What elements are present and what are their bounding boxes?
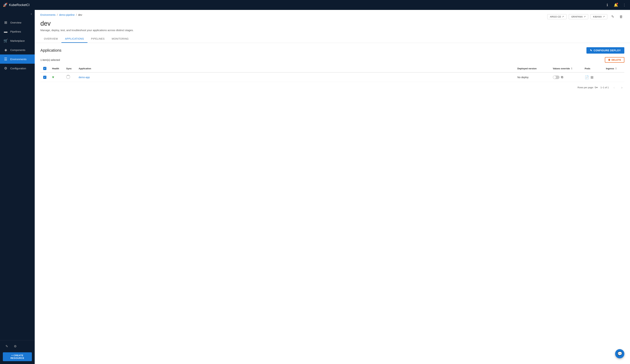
- sidebar-item-marketplace[interactable]: 🛒 Marketplace: [0, 36, 35, 45]
- row-pods-cell: 📄 ⊞: [582, 72, 603, 82]
- col-header-checkbox: ✓: [40, 65, 49, 72]
- sidebar-toggle-area: ‹: [0, 10, 35, 18]
- argo-cd-button[interactable]: ARGO CD ↗: [547, 14, 566, 19]
- components-icon: ◈: [4, 48, 8, 52]
- rows-per-page-select[interactable]: 5 ▾: [595, 86, 598, 89]
- sidebar-item-label-configuration: Configuration: [10, 67, 26, 70]
- rows-per-page: Rows per page: 5 ▾: [578, 86, 598, 89]
- overview-icon: ⊞: [4, 20, 8, 24]
- row-health-cell: ♥: [49, 72, 64, 82]
- breadcrumb-sep-2: /: [76, 13, 77, 16]
- col-header-ingress: Ingress ℹ: [603, 65, 624, 72]
- delete-label: DELETE: [612, 58, 621, 61]
- grafana-external-icon: ↗: [584, 15, 586, 18]
- header-edit-button[interactable]: ✎: [610, 13, 616, 20]
- sidebar-item-components[interactable]: ◈ Components: [0, 45, 35, 54]
- breadcrumb-environments-link[interactable]: Environments: [40, 13, 56, 16]
- ingress-label: Ingress: [606, 67, 614, 70]
- kibana-external-icon: ↗: [603, 15, 605, 18]
- configure-deploy-label: CONFIGURE DEPLOY: [594, 49, 621, 52]
- pagination: Rows per page: 5 ▾ 1–1 of 1 ‹ ›: [40, 85, 624, 90]
- tabs: OVERVIEW APPLICATIONS PIPELINES MONITORI…: [40, 35, 624, 43]
- header-delete-button[interactable]: 🗑: [618, 13, 624, 20]
- breadcrumb-pipeline-link[interactable]: demo-pipeline: [59, 13, 74, 16]
- ingress-info-icon: ℹ: [616, 67, 616, 70]
- sidebar-item-pipelines[interactable]: ▬ Pipelines: [0, 27, 35, 36]
- kibana-label: KIBANA: [593, 15, 602, 18]
- sidebar-item-configuration[interactable]: ⚙ Configuration: [0, 64, 35, 73]
- row-checkbox-cell: ✓: [40, 72, 49, 82]
- grafana-button[interactable]: GRAFANA ↗: [569, 14, 588, 19]
- prev-page-button[interactable]: ‹: [612, 85, 616, 90]
- tab-pipelines[interactable]: PIPELINES: [88, 35, 108, 43]
- values-override-toggle[interactable]: [553, 76, 560, 79]
- row-sync-cell: [64, 72, 76, 82]
- row-values-cell: ⧉: [550, 72, 582, 82]
- breadcrumb-current: dev: [78, 13, 82, 16]
- row-checkbox[interactable]: ✓: [43, 76, 46, 79]
- pod-doc-icon[interactable]: 📄: [585, 75, 589, 79]
- info-button[interactable]: ℹ: [604, 2, 610, 8]
- pod-table-icon[interactable]: ⊞: [590, 75, 594, 79]
- grafana-label: GRAFANA: [572, 15, 583, 18]
- marketplace-icon: 🛒: [4, 38, 8, 43]
- page-title: dev: [40, 20, 51, 27]
- settings-bottom-button[interactable]: ⚙: [12, 343, 18, 350]
- col-header-pods: Pods: [582, 65, 603, 72]
- pods-icons-container: 📄 ⊞: [585, 75, 600, 79]
- header-actions: ARGO CD ↗ GRAFANA ↗ KIBANA ↗ ✎ 🗑: [547, 13, 624, 20]
- app-link[interactable]: demo-app: [78, 76, 90, 79]
- configure-deploy-button[interactable]: ✎ CONFIGURE DEPLOY: [586, 47, 624, 54]
- tab-monitoring[interactable]: MONITORING: [108, 35, 132, 43]
- menu-button[interactable]: ⋮: [622, 2, 627, 8]
- edit-bottom-button[interactable]: ✎: [4, 343, 10, 350]
- header-title-row: dev: [40, 20, 624, 27]
- notification-button[interactable]: 🔔: [613, 2, 619, 8]
- rocket-icon: 🚀: [3, 3, 8, 7]
- col-header-health: Health: [49, 65, 64, 72]
- header-checkbox[interactable]: ✓: [43, 67, 46, 70]
- configure-deploy-icon: ✎: [590, 49, 592, 52]
- page-info: 1–1 of 1: [600, 86, 609, 89]
- main-header: Environments / demo-pipeline / dev ARGO …: [35, 10, 630, 43]
- deployed-version-value: No deploy: [518, 76, 528, 79]
- rows-per-page-value: 5: [595, 86, 596, 89]
- tab-overview[interactable]: OVERVIEW: [40, 35, 62, 43]
- environments-icon: ☰: [4, 57, 8, 61]
- create-resource-button[interactable]: + CREATE RESOURCE: [3, 352, 32, 361]
- sidebar-item-overview[interactable]: ⊞ Overview: [0, 18, 35, 27]
- sidebar-item-label-environments: Environments: [10, 58, 26, 61]
- header-check-mark: ✓: [44, 67, 46, 70]
- kibana-button[interactable]: KIBANA ↗: [590, 14, 607, 19]
- pipelines-icon: ▬: [4, 29, 8, 34]
- sidebar-item-label-overview: Overview: [10, 21, 22, 24]
- col-header-deployed: Deployed version: [514, 65, 550, 72]
- delete-selected-button[interactable]: 🗑 DELETE: [605, 57, 624, 63]
- navbar-actions: ℹ 🔔 ⋮: [604, 2, 627, 8]
- row-application-cell: demo-app: [76, 72, 514, 82]
- values-info-icon: ℹ: [571, 67, 572, 70]
- selection-count: 1 item(s) selected: [40, 58, 60, 61]
- rows-per-page-label: Rows per page:: [578, 86, 594, 89]
- sidebar-item-environments[interactable]: ☰ Environments: [0, 54, 35, 64]
- applications-table: ✓ Health Sync Application Deployed versi…: [40, 65, 624, 82]
- health-heart-icon: ♥: [52, 75, 54, 79]
- navbar-brand: 🚀 KubeRocketCI: [3, 3, 604, 7]
- chat-fab-button[interactable]: 💬: [615, 349, 624, 358]
- values-external-link-icon[interactable]: ⧉: [561, 75, 563, 79]
- next-page-button[interactable]: ›: [620, 85, 624, 90]
- tab-applications[interactable]: APPLICATIONS: [62, 35, 88, 43]
- sidebar-bottom: ✎ ⚙: [0, 340, 35, 352]
- page-subtitle: Manage, deploy, test, and troubleshoot y…: [40, 29, 624, 32]
- values-override-label: Values override: [553, 67, 570, 70]
- sidebar-item-label-pipelines: Pipelines: [10, 30, 21, 33]
- main-content: Environments / demo-pipeline / dev ARGO …: [35, 10, 630, 364]
- chat-fab-icon: 💬: [618, 352, 622, 356]
- content-area: Applications ✎ CONFIGURE DEPLOY 1 item(s…: [35, 43, 630, 364]
- row-check-mark: ✓: [44, 76, 46, 79]
- rows-dropdown-icon: ▾: [596, 86, 598, 89]
- col-header-application: Application: [76, 65, 514, 72]
- sidebar-collapse-button[interactable]: ‹: [31, 12, 32, 16]
- row-deployed-cell: No deploy: [514, 72, 550, 82]
- configuration-icon: ⚙: [4, 66, 8, 70]
